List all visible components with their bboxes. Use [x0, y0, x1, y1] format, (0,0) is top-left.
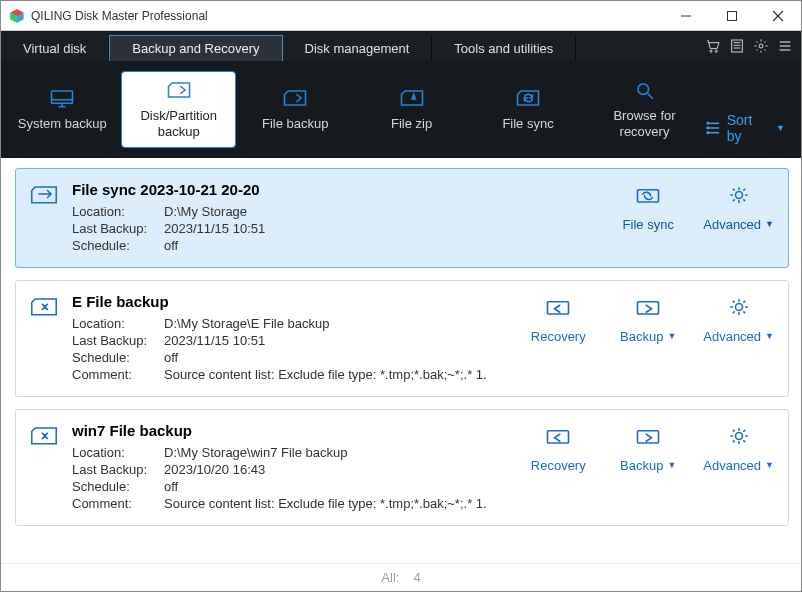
tab-backup-recovery[interactable]: Backup and Recovery: [109, 35, 282, 61]
disk-partition-backup-button[interactable]: Disk/Partition backup: [121, 71, 236, 148]
backup-action-label: Backup▼: [620, 329, 676, 344]
svg-point-21: [638, 84, 649, 95]
advanced-action-label: Advanced▼: [703, 329, 774, 344]
svg-line-22: [647, 94, 652, 99]
tab-virtual-disk[interactable]: Virtual disk: [1, 35, 109, 61]
file-sync-action[interactable]: File sync: [613, 183, 683, 232]
close-button[interactable]: [755, 1, 801, 31]
recovery-action[interactable]: Recovery: [523, 424, 593, 473]
task-type-icon: [30, 181, 58, 255]
menu-icon[interactable]: [777, 38, 793, 54]
task-name: win7 File backup: [72, 422, 509, 439]
svg-rect-9: [732, 40, 743, 52]
app-logo-icon: [9, 8, 25, 24]
comment-value: Source content list: Exclude file type: …: [164, 496, 487, 511]
task-card[interactable]: E File backup Location:D:\My Storage\E F…: [15, 280, 789, 397]
svg-point-26: [707, 122, 708, 123]
log-icon[interactable]: [729, 38, 745, 54]
comment-value: Source content list: Exclude file type: …: [164, 367, 487, 382]
task-type-icon: [30, 293, 58, 384]
svg-point-28: [707, 131, 708, 132]
advanced-action[interactable]: Advanced▼: [703, 183, 774, 232]
location-label: Location:: [72, 204, 164, 219]
last-backup-value: 2023/10/20 16:43: [164, 462, 265, 477]
backup-action[interactable]: Backup▼: [613, 295, 683, 344]
maximize-button[interactable]: [709, 1, 755, 31]
last-backup-label: Last Backup:: [72, 221, 164, 236]
location-value: D:\My Storage\win7 File backup: [164, 445, 348, 460]
tab-disk-management[interactable]: Disk management: [283, 35, 433, 61]
file-sync-action-label: File sync: [623, 217, 674, 232]
sort-by-button[interactable]: Sort by ▼: [706, 112, 791, 148]
backup-action-label: Backup▼: [620, 458, 676, 473]
task-actions: Recovery Backup▼ Advanced▼: [523, 293, 774, 384]
advanced-action[interactable]: Advanced▼: [703, 424, 774, 473]
advanced-action[interactable]: Advanced▼: [703, 295, 774, 344]
window-title: QILING Disk Master Professional: [31, 9, 663, 23]
recovery-action[interactable]: Recovery: [523, 295, 593, 344]
title-bar: QILING Disk Master Professional: [1, 1, 801, 31]
file-zip-button[interactable]: File zip: [354, 71, 468, 148]
location-label: Location:: [72, 316, 164, 331]
browse-for-recovery-button[interactable]: Browse for recovery: [587, 71, 701, 148]
schedule-value: off: [164, 350, 178, 365]
svg-point-27: [707, 127, 708, 128]
task-actions: Recovery Backup▼ Advanced▼: [523, 422, 774, 513]
svg-point-8: [715, 50, 717, 52]
task-name: File sync 2023-10-21 20-20: [72, 181, 599, 198]
schedule-label: Schedule:: [72, 350, 164, 365]
schedule-value: off: [164, 479, 178, 494]
task-card[interactable]: File sync 2023-10-21 20-20 Location:D:\M…: [15, 168, 789, 268]
svg-point-7: [710, 50, 712, 52]
location-value: D:\My Storage: [164, 204, 247, 219]
schedule-label: Schedule:: [72, 238, 164, 253]
recovery-action-label: Recovery: [531, 329, 586, 344]
file-sync-button[interactable]: File sync: [471, 71, 585, 148]
chevron-down-icon: ▼: [776, 123, 785, 133]
toolbar-label: System backup: [18, 116, 107, 132]
svg-rect-32: [638, 301, 659, 313]
toolbar-label: File zip: [391, 116, 432, 132]
recovery-action-label: Recovery: [531, 458, 586, 473]
schedule-label: Schedule:: [72, 479, 164, 494]
settings-icon[interactable]: [753, 38, 769, 54]
task-actions: File sync Advanced▼: [613, 181, 774, 255]
footer-count: 4: [413, 570, 420, 585]
toolbar: System backup Disk/Partition backup File…: [1, 61, 801, 158]
main-tabs: Virtual disk Backup and Recovery Disk ma…: [1, 31, 801, 61]
status-bar: All: 4: [1, 563, 801, 591]
svg-rect-34: [548, 430, 569, 442]
cart-icon[interactable]: [705, 38, 721, 54]
last-backup-value: 2023/11/15 10:51: [164, 221, 265, 236]
advanced-action-label: Advanced▼: [703, 458, 774, 473]
toolbar-label: File sync: [502, 116, 553, 132]
system-backup-button[interactable]: System backup: [5, 71, 119, 148]
backup-action[interactable]: Backup▼: [613, 424, 683, 473]
toolbar-label: Disk/Partition backup: [124, 108, 233, 141]
footer-all-label: All:: [381, 570, 399, 585]
toolbar-label: Browse for recovery: [589, 108, 699, 141]
toolbar-label: File backup: [262, 116, 328, 132]
comment-label: Comment:: [72, 496, 164, 511]
location-value: D:\My Storage\E File backup: [164, 316, 329, 331]
svg-point-36: [735, 432, 742, 439]
task-card[interactable]: win7 File backup Location:D:\My Storage\…: [15, 409, 789, 526]
svg-point-13: [759, 44, 763, 48]
svg-rect-17: [52, 91, 73, 103]
file-backup-button[interactable]: File backup: [238, 71, 352, 148]
svg-point-30: [735, 191, 742, 198]
minimize-button[interactable]: [663, 1, 709, 31]
sort-by-label: Sort by: [727, 112, 768, 144]
svg-rect-35: [638, 430, 659, 442]
task-name: E File backup: [72, 293, 509, 310]
task-type-icon: [30, 422, 58, 513]
last-backup-label: Last Backup:: [72, 462, 164, 477]
svg-point-33: [735, 303, 742, 310]
advanced-action-label: Advanced▼: [703, 217, 774, 232]
svg-rect-31: [548, 301, 569, 313]
last-backup-value: 2023/11/15 10:51: [164, 333, 265, 348]
last-backup-label: Last Backup:: [72, 333, 164, 348]
task-list: File sync 2023-10-21 20-20 Location:D:\M…: [1, 158, 801, 564]
schedule-value: off: [164, 238, 178, 253]
tab-tools-utilities[interactable]: Tools and utilities: [432, 35, 576, 61]
